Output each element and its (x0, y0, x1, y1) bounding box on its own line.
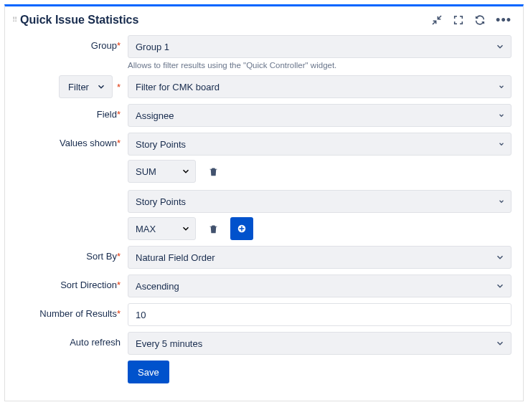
number-of-results-input[interactable] (128, 303, 512, 326)
filter-type-button[interactable]: Filter (59, 75, 113, 98)
field-select[interactable]: Assignee (128, 104, 512, 127)
more-icon[interactable]: ••• (496, 16, 512, 24)
fullscreen-icon[interactable] (453, 14, 464, 26)
sort-by-select[interactable]: Natural Field Order (128, 246, 512, 269)
filter-select[interactable]: Filter for CMK board (128, 75, 512, 98)
widget-panel: ⠿ Quick Issue Statistics ••• Group* Grou… (4, 4, 524, 401)
add-value-button[interactable] (230, 217, 253, 240)
delete-value-button-1[interactable] (202, 160, 225, 183)
values-shown-label: Values shown* (16, 133, 128, 148)
config-form: Group* Group 1 Allows to filter results … (5, 35, 523, 401)
panel-header: ⠿ Quick Issue Statistics ••• (5, 6, 523, 35)
sort-direction-select[interactable]: Ascending (128, 275, 512, 297)
sort-by-label: Sort By* (16, 246, 128, 262)
panel-title: Quick Issue Statistics (20, 14, 431, 27)
chevron-down-icon (96, 82, 106, 92)
value-field-select-1[interactable]: Story Points (128, 133, 512, 156)
auto-refresh-label: Auto refresh (16, 332, 128, 348)
minimize-icon[interactable] (431, 14, 443, 26)
value-field-select-2[interactable]: Story Points (128, 190, 512, 213)
chevron-down-icon (181, 166, 191, 176)
auto-refresh-select[interactable]: Every 5 minutes (128, 332, 512, 355)
drag-handle-icon[interactable]: ⠿ (12, 19, 16, 22)
delete-value-button-2[interactable] (202, 217, 225, 240)
number-of-results-label: Number of Results* (16, 303, 128, 319)
field-label: Field* (16, 104, 128, 120)
group-helper-text: Allows to filter results using the "Quic… (128, 61, 512, 70)
save-button[interactable]: Save (128, 361, 169, 383)
group-label: Group* (16, 35, 128, 51)
sort-direction-label: Sort Direction* (16, 275, 128, 290)
required-marker: * (117, 82, 121, 92)
group-select[interactable]: Group 1 (128, 35, 512, 58)
chevron-down-icon (181, 224, 191, 234)
header-actions: ••• (431, 14, 512, 26)
refresh-icon[interactable] (474, 14, 486, 26)
